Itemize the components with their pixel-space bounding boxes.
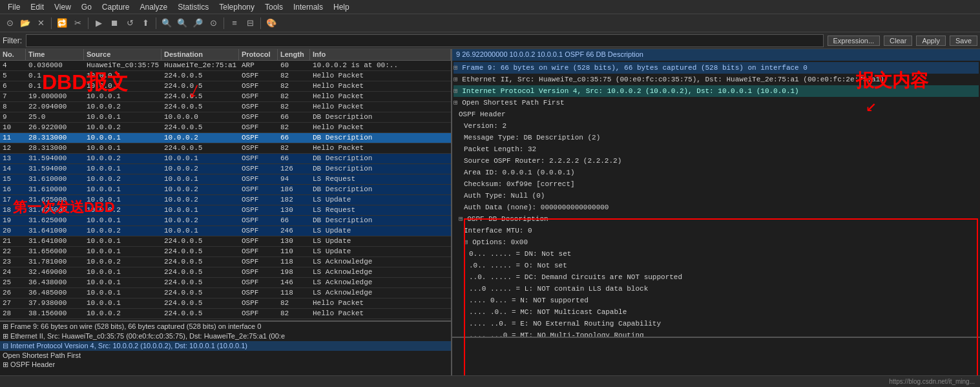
menu-capture[interactable]: Capture xyxy=(97,1,135,13)
zoom-out-btn[interactable]: 🔎 xyxy=(191,16,205,30)
new-btn[interactable]: ⊙ xyxy=(3,16,17,30)
menu-statistics[interactable]: Statistics xyxy=(172,1,214,13)
open-btn[interactable]: 📂 xyxy=(18,16,32,30)
menu-tools[interactable]: Tools xyxy=(260,1,288,13)
menu-file[interactable]: File xyxy=(3,1,25,13)
tree-line[interactable]: ⊞ Internet Protocol Version 4, Src: 10.0… xyxy=(454,85,979,97)
col-protocol: Protocol xyxy=(239,49,278,60)
zoom-btn[interactable]: 🔍 xyxy=(160,16,174,30)
table-row[interactable]: 2536.43800010.0.0.1224.0.0.5OSPF146LS Ac… xyxy=(0,278,451,288)
tree-line[interactable]: OSPF Header xyxy=(454,109,979,120)
menu-analyze[interactable]: Analyze xyxy=(135,1,173,13)
apply-btn[interactable]: Apply xyxy=(916,36,946,46)
menu-telephony[interactable]: Telephony xyxy=(214,1,260,13)
tree-line[interactable]: Auth Type: Null (0) xyxy=(454,190,979,202)
tree-line[interactable]: .... 0... = N: NOT supported xyxy=(454,295,979,306)
table-row[interactable]: 1228.31300010.0.0.1224.0.0.5OSPF82Hello … xyxy=(0,143,451,154)
table-row[interactable]: 1431.59400010.0.0.110.0.0.2OSPF126DB Des… xyxy=(0,164,451,174)
col-destination: Destination xyxy=(162,49,239,60)
sep5 xyxy=(260,17,261,29)
menu-internals[interactable]: Internals xyxy=(288,1,328,13)
main-content: No. Time Source Destination Protocol Len… xyxy=(0,49,980,375)
zoom-in-btn[interactable]: 🔍 xyxy=(175,16,189,30)
tree-line[interactable]: Checksum: 0xf99e [correct] xyxy=(454,178,979,190)
tree-line[interactable]: .... .0.. = MC: NOT Multicast Capable xyxy=(454,306,979,318)
right-panel: 9 26.922000000 10.0.0.2 10.0.0.1 OSPF 66… xyxy=(452,49,980,375)
status-bar: https://blog.csdn.net/it_ming... xyxy=(0,375,980,387)
tree-line[interactable]: ⊞ Open Shortest Path First xyxy=(454,97,979,109)
table-row[interactable]: 1531.61000010.0.0.210.0.0.1OSPF94LS Requ… xyxy=(0,174,451,185)
tree-line[interactable]: .0.. ..... = O: Not set xyxy=(454,260,979,271)
table-row[interactable]: 1331.59400010.0.0.210.0.0.1OSPF66DB Desc… xyxy=(0,154,451,164)
start-btn[interactable]: ▶ xyxy=(92,16,106,30)
menu-view[interactable]: View xyxy=(49,1,76,13)
close-btn[interactable]: ✕ xyxy=(34,16,48,30)
prev-btn[interactable]: ✂ xyxy=(70,16,85,30)
tree-line[interactable]: ⊞ OSPF DB Description xyxy=(454,213,979,225)
tree-line[interactable]: ⊞ Options: 0x00 xyxy=(454,236,979,248)
table-row[interactable]: 1931.62500010.0.0.110.0.0.2OSPF66DB Desc… xyxy=(0,216,451,226)
table-row[interactable]: 1831.62500010.0.0.210.0.0.1OSPF130LS Req… xyxy=(0,205,451,216)
restart-btn[interactable]: ↺ xyxy=(123,16,137,30)
bottom-row: ⊞ Ethernet II, Src: HuaweiTe_c0:35:75 (0… xyxy=(0,331,451,341)
tree-line[interactable]: Auth Data (none): 0000000000000000 xyxy=(454,202,979,213)
table-row[interactable]: 719.00000010.0.0.1224.0.0.5OSPF82Hello P… xyxy=(0,92,451,102)
table-row[interactable]: 2331.78100010.0.0.2224.0.0.5OSPF118LS Ac… xyxy=(0,257,451,267)
sep3 xyxy=(156,17,156,29)
right-detail-bottom xyxy=(452,337,980,375)
detail-tree[interactable]: ⊞ Frame 9: 66 bytes on wire (528 bits), … xyxy=(452,61,980,337)
filter-label: Filter: xyxy=(3,36,22,45)
table-row[interactable]: 2737.93800010.0.0.1224.0.0.5OSPF82Hello … xyxy=(0,298,451,309)
tree-line[interactable]: Version: 2 xyxy=(454,120,979,132)
expression-btn[interactable]: Expression... xyxy=(828,36,881,46)
col-source: Source xyxy=(84,49,162,60)
capture-filter-btn[interactable]: ⬆ xyxy=(138,16,152,30)
filter-input[interactable] xyxy=(26,34,824,47)
packet-table-header: No. Time Source Destination Protocol Len… xyxy=(0,49,451,61)
tree-line[interactable]: Interface MTU: 0 xyxy=(454,225,979,236)
stop-btn[interactable]: ⏹ xyxy=(107,16,121,30)
tree-line[interactable]: ⊞ Frame 9: 66 bytes on wire (528 bits), … xyxy=(454,62,979,74)
color-btn[interactable]: 🎨 xyxy=(264,16,278,30)
table-row[interactable]: 2636.48500010.0.0.1224.0.0.5OSPF118LS Ac… xyxy=(0,288,451,298)
zoom-orig-btn[interactable]: ⊙ xyxy=(206,16,220,30)
col-no: No. xyxy=(0,49,26,60)
table-row[interactable]: 50.110.0.0.1224.0.0.5OSPF82Hello Packet xyxy=(0,71,451,81)
tree-line[interactable]: Message Type: DB Description (2) xyxy=(454,132,979,143)
tree-line[interactable]: 0... ..... = DN: Not set xyxy=(454,248,979,260)
menu-go[interactable]: Go xyxy=(76,1,97,13)
col-info: Info xyxy=(310,49,451,60)
table-row[interactable]: 2231.65600010.0.0.1224.0.0.5OSPF110LS Up… xyxy=(0,247,451,257)
menu-help[interactable]: Help xyxy=(328,1,355,13)
table-row[interactable]: 822.09400010.0.0.2224.0.0.5OSPF82Hello P… xyxy=(0,102,451,112)
table-row[interactable]: 40.036000HuaweiTe_c0:35:75HuaweiTe_2e:75… xyxy=(0,61,451,71)
table-row[interactable]: 60.110.0.0.2224.0.0.5OSPF82Hello Packet xyxy=(0,81,451,92)
bottom-row: ⊞ Frame 9: 66 bytes on wire (528 bits), … xyxy=(0,322,451,331)
table-row[interactable]: 2432.46900010.0.0.1224.0.0.5OSPF198LS Ac… xyxy=(0,267,451,278)
menu-bar: File Edit View Go Capture Analyze Statis… xyxy=(0,0,980,14)
table-row[interactable]: 1631.61000010.0.0.110.0.0.2OSPF186DB Des… xyxy=(0,185,451,195)
tree-line[interactable]: Source OSPF Router: 2.2.2.2 (2.2.2.2) xyxy=(454,155,979,167)
left-panel: No. Time Source Destination Protocol Len… xyxy=(0,49,452,375)
table-row[interactable]: 2031.64100010.0.0.210.0.0.1OSPF246LS Upd… xyxy=(0,226,451,236)
table-row[interactable]: 925.010.0.0.110.0.0.0OSPF66DB Descriptio… xyxy=(0,112,451,123)
save-btn[interactable]: Save xyxy=(950,36,977,46)
tree-line[interactable]: .... ..0. = E: NO External Routing Capab… xyxy=(454,318,979,329)
table-row[interactable]: 1026.92200010.0.0.2224.0.0.5OSPF82Hello … xyxy=(0,123,451,133)
sep1 xyxy=(51,17,52,29)
menu-edit[interactable]: Edit xyxy=(25,1,49,13)
tree-line[interactable]: Area ID: 0.0.0.1 (0.0.0.1) xyxy=(454,167,979,178)
clear-btn[interactable]: Clear xyxy=(884,36,912,46)
list-view-btn[interactable]: ≡ xyxy=(227,16,242,30)
reload-btn[interactable]: 🔁 xyxy=(55,16,69,30)
table-row[interactable]: 2131.64100010.0.0.1224.0.0.5OSPF130LS Up… xyxy=(0,236,451,247)
tree-line[interactable]: ..0. ..... = DC: Demand Circuits are NOT… xyxy=(454,271,979,283)
tree-line[interactable]: ...0 ..... = L: NOT contain LLS data blo… xyxy=(454,283,979,295)
table-row[interactable]: 1731.62500010.0.0.110.0.0.2OSPF182LS Upd… xyxy=(0,195,451,205)
table-row[interactable]: 2838.15600010.0.0.2224.0.0.5OSPF82Hello … xyxy=(0,309,451,319)
tree-line[interactable]: ⊞ Ethernet II, Src: HuaweiTe_c0:35:75 (0… xyxy=(454,74,979,85)
tree-view-btn[interactable]: ⊟ xyxy=(243,16,257,30)
table-row[interactable]: 1128.31300010.0.0.110.0.0.2OSPF66DB Desc… xyxy=(0,133,451,143)
tree-line[interactable]: .... ...0 = MT: NO Multi-Topology Routin… xyxy=(454,329,979,337)
tree-line[interactable]: Packet Length: 32 xyxy=(454,143,979,155)
